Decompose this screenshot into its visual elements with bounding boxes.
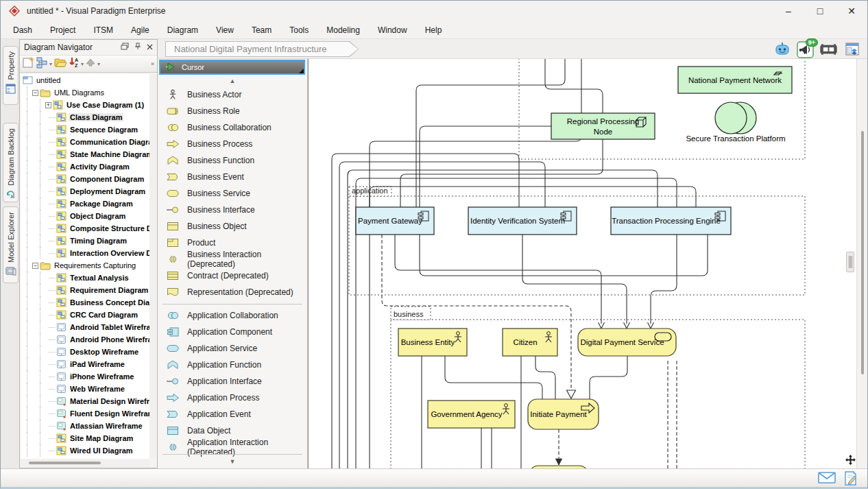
connector[interactable] xyxy=(535,356,555,399)
tree-item-fluent-design-wireframe[interactable]: Fluent Design Wireframe xyxy=(21,407,149,420)
diagram-node-rpn[interactable]: Regional ProcessingNode xyxy=(551,113,655,139)
menu-item-tools[interactable]: Tools xyxy=(280,23,317,38)
menu-item-team[interactable]: Team xyxy=(243,23,280,38)
tree-expander-icon[interactable]: − xyxy=(32,90,38,96)
diagram-node-pg[interactable]: Payment Gateway xyxy=(356,207,434,235)
diagram-canvas[interactable]: applicationbusinessNational Payment Netw… xyxy=(308,59,867,468)
tree-item-untitled[interactable]: untitled xyxy=(21,74,149,86)
menu-item-window[interactable]: Window xyxy=(369,23,416,38)
connector[interactable] xyxy=(400,139,603,207)
connector[interactable] xyxy=(651,235,677,324)
connector[interactable] xyxy=(545,59,603,113)
close-button[interactable]: ✕ xyxy=(836,1,867,21)
menu-item-view[interactable]: View xyxy=(207,23,243,38)
palette-item-application-function[interactable]: Application Function xyxy=(158,357,307,373)
tree-hscroll-thumb[interactable] xyxy=(29,462,101,464)
palette-item-contract-deprecated-[interactable]: Contract (Deprecated) xyxy=(158,267,307,284)
up-icon[interactable] xyxy=(85,58,96,70)
tree-item-component-diagram[interactable]: Component Diagram xyxy=(21,173,149,185)
palette-item-business-process[interactable]: Business Process xyxy=(158,136,307,152)
tree-item-uml-diagrams[interactable]: −UML Diagrams xyxy=(21,86,149,99)
model-structure-icon[interactable] xyxy=(36,56,48,71)
tree-item-sequence-diagram[interactable]: Sequence Diagram xyxy=(21,123,149,136)
breadcrumb[interactable]: National Digital Payment Infrastructure xyxy=(165,41,359,57)
palette-item-business-event[interactable]: Business Event xyxy=(158,169,307,185)
diagram-overview-icon[interactable] xyxy=(843,41,860,58)
canvas-vertical-scrollbar[interactable] xyxy=(856,59,867,468)
note-icon[interactable] xyxy=(843,471,858,488)
palette-item-business-interaction-deprecated-[interactable]: Business Interaction (Deprecated) xyxy=(158,251,307,267)
ai-assistant-icon[interactable] xyxy=(773,41,791,58)
palette-item-business-object[interactable]: Business Object xyxy=(158,218,307,235)
palette-item-business-role[interactable]: Business Role xyxy=(158,103,307,119)
tree-item-web-wireframe[interactable]: Web Wireframe xyxy=(21,383,149,395)
tree-item-object-diagram[interactable]: Object Diagram xyxy=(21,210,149,222)
palette-item-application-interface[interactable]: Application Interface xyxy=(158,373,307,390)
mail-icon[interactable] xyxy=(818,471,836,487)
pin-icon[interactable] xyxy=(134,43,141,52)
tree-item-activity-diagram[interactable]: Activity Diagram xyxy=(21,160,149,173)
diagram-node-dps[interactable]: Digital Payment Service xyxy=(578,329,676,356)
side-tab-model-explorer[interactable]: Model Explorer xyxy=(3,206,19,283)
palette-item-business-service[interactable]: Business Service xyxy=(158,185,307,202)
tree-item-deployment-diagram[interactable]: Deployment Diagram xyxy=(21,185,149,198)
connector[interactable] xyxy=(420,126,708,276)
tree-expander-icon[interactable]: − xyxy=(32,263,38,269)
tree-item-requirement-diagram[interactable]: Requirement Diagram xyxy=(21,284,149,296)
close-icon[interactable] xyxy=(147,43,153,52)
tree-item-wired-ui-diagram[interactable]: Wired UI Diagram xyxy=(21,444,149,457)
tree-item-composite-structure-diagram[interactable]: Composite Structure Diagram xyxy=(21,222,149,235)
menu-item-help[interactable]: Help xyxy=(416,23,451,38)
up-dropdown-icon[interactable]: ▾ xyxy=(97,61,101,67)
tree-expander-icon[interactable]: + xyxy=(45,102,51,108)
palette-item-business-interface[interactable]: Business Interface xyxy=(158,202,307,218)
minimize-button[interactable]: – xyxy=(773,1,804,21)
menu-item-diagram[interactable]: Diagram xyxy=(158,23,207,38)
connector[interactable] xyxy=(590,356,627,399)
canvas-vscroll-thumb[interactable] xyxy=(861,131,864,374)
diagram-node-stp[interactable]: Secure Transaction Platform xyxy=(686,102,785,143)
palette-item-application-event[interactable]: Application Event xyxy=(158,406,307,422)
diagram-node-ga[interactable]: Government Agency xyxy=(428,401,515,428)
tree-horizontal-scrollbar[interactable] xyxy=(21,459,149,467)
palette-item-business-collaboration[interactable]: Business Collaboration xyxy=(158,119,307,136)
palette-item-business-actor[interactable]: Business Actor xyxy=(158,86,307,103)
tree-item-atlassian-wireframe[interactable]: Atlassian Wireframe xyxy=(21,420,149,432)
connector[interactable] xyxy=(445,356,542,399)
tree-item-crc-card-diagram[interactable]: CRC Card Diagram xyxy=(21,309,149,321)
tree-item-timing-diagram[interactable]: Timing Diagram xyxy=(21,235,149,247)
diagram-node-be[interactable]: Business Entity xyxy=(398,329,467,356)
filmstrip-icon[interactable] xyxy=(820,41,837,58)
diagram-node-cit[interactable]: Citizen xyxy=(503,329,557,356)
tree-item-textual-analysis[interactable]: Textual Analysis xyxy=(21,272,149,284)
palette-scroll-down-icon[interactable]: ▼ xyxy=(158,458,307,465)
palette-item-application-component[interactable]: Application Component xyxy=(158,324,307,340)
application-group[interactable]: application xyxy=(349,187,805,295)
new-diagram-icon[interactable] xyxy=(22,56,35,71)
float-icon[interactable] xyxy=(121,43,129,52)
tree-item-requirements-capturing[interactable]: −Requirements Capturing xyxy=(21,259,149,272)
menu-item-project[interactable]: Project xyxy=(41,23,84,38)
tree-item-interaction-overview-diagram[interactable]: Interaction Overview Diagram xyxy=(21,247,149,259)
tree-vertical-scrollbar[interactable] xyxy=(149,74,156,459)
palette-item-application-interaction-deprecated-[interactable]: Application Interaction (Deprecated) xyxy=(158,439,307,455)
archimate-diagram[interactable]: applicationbusinessNational Payment Netw… xyxy=(309,59,859,471)
palette-item-application-process[interactable]: Application Process xyxy=(158,390,307,406)
palette-item-product[interactable]: Product xyxy=(158,235,307,251)
menu-item-agile[interactable]: Agile xyxy=(122,23,158,38)
connector[interactable] xyxy=(522,235,627,324)
diagram-node-ip[interactable]: Initiate Payment xyxy=(528,399,599,429)
tree-item-iphone-wireframe[interactable]: iPhone Wireframe xyxy=(21,370,149,383)
tree-item-business-concept-diagram[interactable]: Business Concept Diagram xyxy=(21,296,149,309)
tree-item-material-design-wireframe[interactable]: Material Design Wireframe xyxy=(21,395,149,407)
diagram-node-tpe[interactable]: Transaction Processing Engine xyxy=(611,207,731,235)
open-folder-icon[interactable] xyxy=(53,56,67,71)
menu-item-itsm[interactable]: ITSM xyxy=(84,23,122,38)
tree-item-package-diagram[interactable]: Package Diagram xyxy=(21,198,149,210)
menu-item-modeling[interactable]: Modeling xyxy=(317,23,369,38)
tree-item-android-tablet-wireframe[interactable]: Android Tablet Wireframe xyxy=(21,321,149,333)
tree-item-desktop-wireframe[interactable]: Desktop Wireframe xyxy=(21,346,149,358)
pan-tool-icon[interactable] xyxy=(845,455,856,468)
tree-item-communication-diagram[interactable]: Communication Diagram xyxy=(21,136,149,148)
palette-item-data-object[interactable]: Data Object xyxy=(158,422,307,439)
